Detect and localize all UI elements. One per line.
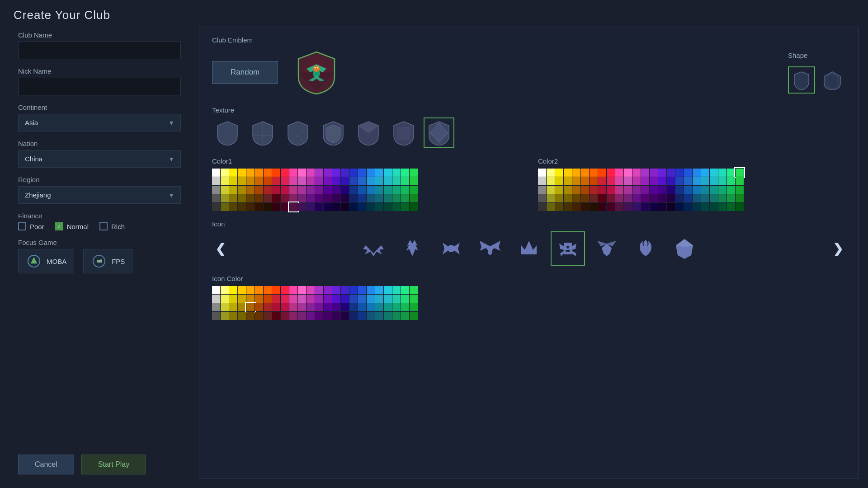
icon-color-cell[interactable] [212,303,220,311]
icon-color-cell[interactable] [272,312,280,320]
color-cell[interactable] [641,186,649,194]
icon-color-cell[interactable] [255,312,263,320]
icon-color-cell[interactable] [255,295,263,303]
icon-color-cell[interactable] [324,286,332,294]
icon-color-cell[interactable] [324,312,332,320]
icon-color-cell[interactable] [289,312,297,320]
icon-option-9[interactable] [667,231,702,266]
icon-color-cell[interactable] [401,312,409,320]
color-cell[interactable] [701,186,709,194]
icon-color-cell[interactable] [229,286,237,294]
color-cell[interactable] [650,169,658,177]
color-cell[interactable] [572,186,580,194]
color-cell[interactable] [315,203,323,211]
color-cell[interactable] [410,177,418,185]
icon-color-cell[interactable] [212,286,220,294]
color-cell[interactable] [341,169,349,177]
icon-color-cell[interactable] [375,286,383,294]
color-cell[interactable] [624,203,632,211]
icon-color-cell[interactable] [324,303,332,311]
icon-color-cell[interactable] [341,303,349,311]
color-cell[interactable] [581,194,589,202]
continent-select[interactable]: Asia Europe Americas [18,114,181,131]
icon-color-cell[interactable] [307,303,315,311]
icon-color-cell[interactable] [289,295,297,303]
icon-color-cell[interactable] [255,303,263,311]
color-cell[interactable] [384,186,392,194]
icon-color-cell[interactable] [358,286,366,294]
icon-option-5[interactable] [512,231,546,266]
icon-color-cell[interactable] [281,295,289,303]
color-cell[interactable] [384,203,392,211]
color-cell[interactable] [332,177,340,185]
icon-color-cell[interactable] [375,295,383,303]
color-cell[interactable] [538,203,546,211]
color-cell[interactable] [555,177,563,185]
color-cell[interactable] [341,194,349,202]
color-cell[interactable] [332,169,340,177]
color-cell[interactable] [598,194,606,202]
color-cell[interactable] [238,186,246,194]
color-cell[interactable] [590,203,598,211]
color-cell[interactable] [281,169,289,177]
icon-option-2[interactable] [395,231,429,266]
icon-color-cell[interactable] [392,303,401,311]
color-cell[interactable] [736,186,744,194]
icon-color-cell[interactable] [367,286,375,294]
color-cell[interactable] [221,169,229,177]
color-cell[interactable] [624,194,632,202]
color-cell[interactable] [341,186,349,194]
color-cell[interactable] [624,169,632,177]
icon-color-cell[interactable] [384,295,392,303]
color-cell[interactable] [255,186,263,194]
color-cell[interactable] [367,186,375,194]
color-cell[interactable] [538,194,546,202]
icon-color-cell[interactable] [392,312,401,320]
nick-name-input[interactable] [18,78,181,95]
texture-opt-7[interactable] [424,117,454,148]
icon-option-8[interactable] [628,231,663,266]
icon-color-cell[interactable] [264,286,272,294]
color-cell[interactable] [212,169,220,177]
color-cell[interactable] [581,186,589,194]
color-cell[interactable] [667,194,675,202]
color-cell[interactable] [615,186,623,194]
color-cell[interactable] [538,169,546,177]
icon-color-cell[interactable] [401,303,409,311]
color-cell[interactable] [212,186,220,194]
finance-poor[interactable]: Poor [18,222,44,230]
color-cell[interactable] [581,203,589,211]
icon-color-cell[interactable] [229,312,237,320]
color-cell[interactable] [289,177,297,185]
icon-color-cell[interactable] [238,303,246,311]
icon-color-cell[interactable] [410,303,418,311]
icon-color-cell[interactable] [281,312,289,320]
icon-color-cell[interactable] [410,286,418,294]
icon-color-cell[interactable] [212,312,220,320]
game-fps[interactable]: FPS [83,249,132,273]
icon-color-cell[interactable] [212,295,220,303]
color-cell[interactable] [667,177,675,185]
color-cell[interactable] [324,194,332,202]
color-cell[interactable] [727,177,735,185]
color-cell[interactable] [684,186,692,194]
color-cell[interactable] [315,169,323,177]
color-cell[interactable] [718,194,726,202]
color-cell[interactable] [272,169,280,177]
icon-color-cell[interactable] [401,295,409,303]
icon-color-cell[interactable] [289,286,297,294]
color-cell[interactable] [632,194,641,202]
icon-color-cell[interactable] [358,312,366,320]
color-cell[interactable] [375,194,383,202]
color-cell[interactable] [255,169,263,177]
icon-color-cell[interactable] [358,303,366,311]
icon-color-cell[interactable] [238,312,246,320]
color-cell[interactable] [324,177,332,185]
color-cell[interactable] [246,186,255,194]
icon-option-1[interactable] [356,231,391,266]
color-cell[interactable] [392,203,401,211]
color-cell[interactable] [693,177,701,185]
color-cell[interactable] [572,169,580,177]
color-cell[interactable] [641,169,649,177]
color-cell[interactable] [710,194,718,202]
